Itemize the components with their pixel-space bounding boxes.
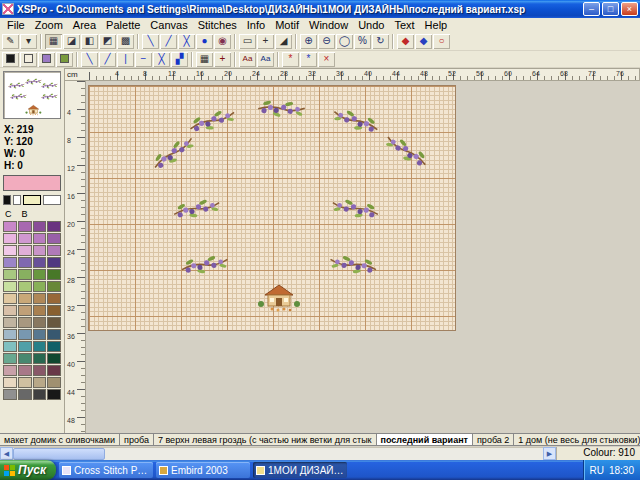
palette-swatch[interactable] — [33, 257, 47, 268]
select-tool[interactable]: ▭ — [239, 34, 256, 49]
move-tool[interactable]: + — [257, 34, 274, 49]
palette-swatch[interactable] — [47, 353, 61, 364]
stitch-cross-icon[interactable]: ╳ — [153, 52, 170, 67]
app-icon[interactable] — [2, 3, 14, 15]
palette-swatch[interactable] — [33, 365, 47, 376]
palette-swatch[interactable] — [3, 233, 17, 244]
design-canvas[interactable] — [88, 85, 456, 331]
palette-swatch[interactable] — [18, 305, 32, 316]
scroll-left-button[interactable]: ◀ — [0, 447, 13, 460]
palette-swatch[interactable] — [33, 389, 47, 400]
palette-swatch[interactable] — [3, 257, 17, 268]
stitch-angle-down-icon[interactable]: ╲ — [81, 52, 98, 67]
pattern-tab-6[interactable]: 1 дом (не весь для стыковки) — [513, 433, 640, 446]
menu-canvas[interactable]: Canvas — [145, 19, 192, 31]
palette-swatch[interactable] — [3, 293, 17, 304]
palette-swatch[interactable] — [3, 377, 17, 388]
petite-stitch-tool[interactable]: ▩ — [117, 34, 134, 49]
palette-swatch[interactable] — [33, 317, 47, 328]
menu-motif[interactable]: Motif — [270, 19, 304, 31]
menu-zoom[interactable]: Zoom — [30, 19, 68, 31]
palette-swatch[interactable] — [3, 389, 17, 400]
start-button[interactable]: Пуск — [0, 460, 56, 480]
palette-swatch[interactable] — [18, 377, 32, 388]
palette-swatch[interactable] — [3, 269, 17, 280]
menu-undo[interactable]: Undo — [353, 19, 389, 31]
minimize-button[interactable]: – — [583, 2, 600, 16]
palette-swatch[interactable] — [3, 245, 17, 256]
palette-swatch[interactable] — [33, 377, 47, 388]
close-button[interactable]: × — [621, 2, 638, 16]
backstitch-tool[interactable]: ╲ — [142, 34, 159, 49]
palette-swatch[interactable] — [47, 293, 61, 304]
palette-swatch[interactable] — [47, 281, 61, 292]
quarter-stitch-tool[interactable]: ◧ — [81, 34, 98, 49]
palette-swatch[interactable] — [47, 245, 61, 256]
taskbar-task[interactable]: Cross Stitch Pro... — [59, 462, 153, 478]
palette-swatch[interactable] — [18, 317, 32, 328]
delete-color-button[interactable]: × — [318, 52, 335, 67]
zoom-window-tool[interactable]: ◯ — [336, 34, 353, 49]
palette-swatch[interactable] — [3, 281, 17, 292]
zoom-in-tool[interactable]: ⊕ — [300, 34, 317, 49]
recent-color-2[interactable] — [20, 52, 37, 67]
palette-swatch[interactable] — [47, 257, 61, 268]
redraw-button[interactable]: ↻ — [372, 34, 389, 49]
recent-color-3[interactable] — [38, 52, 55, 67]
pattern-tab-5[interactable]: проба 2 — [472, 433, 514, 446]
palette-swatch[interactable] — [3, 329, 17, 340]
menu-text[interactable]: Text — [389, 19, 419, 31]
palette-swatch[interactable] — [47, 365, 61, 376]
palette-swatch[interactable] — [33, 341, 47, 352]
maximize-button[interactable]: □ — [602, 2, 619, 16]
palette-swatch[interactable] — [33, 233, 47, 244]
center-view-button[interactable]: + — [214, 52, 231, 67]
pencil-tool[interactable]: ✎ — [2, 34, 19, 49]
bead-tool[interactable]: ◉ — [214, 34, 231, 49]
knot-blue-icon[interactable]: * — [300, 52, 317, 67]
stitch-vertical-icon[interactable]: | — [117, 52, 134, 67]
tool-dropdown[interactable]: ▾ — [20, 34, 37, 49]
menu-info[interactable]: Info — [242, 19, 270, 31]
three-quarter-stitch-tool[interactable]: ◩ — [99, 34, 116, 49]
palette-swatch[interactable] — [18, 329, 32, 340]
zoom-out-tool[interactable]: ⊖ — [318, 34, 335, 49]
palette-swatch[interactable] — [18, 245, 32, 256]
quick-color-swatch[interactable] — [43, 195, 61, 205]
palette-swatch[interactable] — [33, 281, 47, 292]
quick-color-swatch[interactable] — [23, 195, 41, 205]
menu-stitches[interactable]: Stitches — [193, 19, 242, 31]
palette-swatch[interactable] — [33, 245, 47, 256]
menu-area[interactable]: Area — [68, 19, 101, 31]
palette-swatch[interactable] — [47, 305, 61, 316]
palette-swatch[interactable] — [3, 365, 17, 376]
stitch-pattern-icon[interactable]: ▞ — [171, 52, 188, 67]
pattern-tab-2[interactable]: проба — [119, 433, 154, 446]
menu-file[interactable]: File — [2, 19, 30, 31]
palette-swatch[interactable] — [33, 353, 47, 364]
palette-swatch[interactable] — [18, 341, 32, 352]
palette-swatch[interactable] — [33, 329, 47, 340]
palette-swatch[interactable] — [18, 221, 32, 232]
palette-swatch[interactable] — [33, 293, 47, 304]
palette-swatch[interactable] — [3, 305, 17, 316]
palette-swatch[interactable] — [18, 257, 32, 268]
palette-swatch[interactable] — [47, 341, 61, 352]
zoom-percent-tool[interactable]: % — [354, 34, 371, 49]
grid-toggle-button[interactable]: ▦ — [196, 52, 213, 67]
menu-window[interactable]: Window — [304, 19, 353, 31]
quick-color-swatch[interactable] — [3, 195, 11, 205]
font-large-button[interactable]: Aa — [239, 52, 256, 67]
palette-swatch[interactable] — [3, 341, 17, 352]
palette-swatch[interactable] — [18, 233, 32, 244]
palette-swatch[interactable] — [33, 305, 47, 316]
french-knot-tool[interactable]: ● — [196, 34, 213, 49]
palette-swatch[interactable] — [18, 389, 32, 400]
quick-color-swatch[interactable] — [13, 195, 21, 205]
recent-color-4[interactable] — [56, 52, 73, 67]
language-indicator[interactable]: RU — [590, 465, 604, 476]
palette-swatch[interactable] — [18, 269, 32, 280]
knot-red-icon[interactable]: * — [282, 52, 299, 67]
stitch-horizontal-icon[interactable]: − — [135, 52, 152, 67]
thread-red-icon[interactable]: ◆ — [397, 34, 414, 49]
